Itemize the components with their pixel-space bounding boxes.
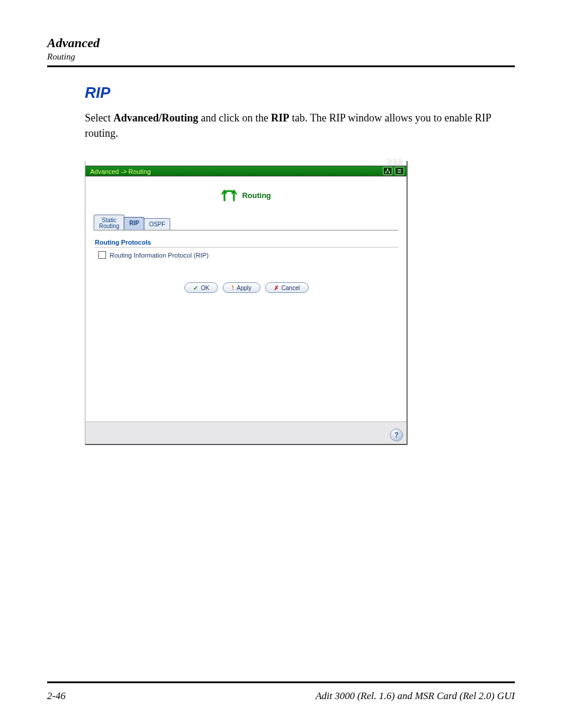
panel-title: Routing (242, 191, 271, 200)
header-rule (47, 65, 515, 67)
tab-rip[interactable]: RIP (124, 217, 144, 230)
rip-checkbox[interactable] (98, 251, 106, 259)
svg-rect-1 (385, 172, 386, 173)
sitemap-icon[interactable] (383, 167, 392, 175)
footer-rule (47, 681, 515, 683)
footer-doc-title: Adit 3000 (Rel. 1.6) and MSR Card (Rel 2… (316, 690, 515, 702)
panel-body: Routing Static Routing RIP OSPF Routing … (85, 176, 406, 421)
svg-rect-0 (387, 169, 388, 170)
panel-title-row: Routing (85, 177, 406, 215)
cancel-button[interactable]: ✗ Cancel (265, 282, 309, 293)
subheading-routing-protocols: Routing Protocols (95, 239, 398, 246)
intro-text-2: and click on the (199, 112, 271, 124)
tab-content: Routing Protocols Routing Information Pr… (85, 230, 406, 299)
status-bar: ? (85, 421, 406, 444)
button-row: ✓ OK ! Apply ✗ Cancel (95, 282, 398, 293)
rip-checkbox-row: Routing Information Protocol (RIP) (95, 251, 398, 259)
intro-paragraph: Select Advanced/Routing and click on the… (85, 110, 515, 141)
footer-row: 2-46 Adit 3000 (Rel. 1.6) and MSR Card (… (47, 690, 515, 702)
tab-row: Static Routing RIP OSPF (85, 215, 406, 230)
breadcrumb-text: Advanced -> Routing (90, 168, 151, 175)
app-window: ░░░ Advanced -> Routing (85, 161, 408, 445)
rip-checkbox-label: Routing Information Protocol (RIP) (110, 252, 209, 259)
tab-ospf[interactable]: OSPF (144, 218, 170, 230)
apply-button[interactable]: ! Apply (223, 282, 260, 293)
tab-static-routing-line2: Routing (99, 223, 119, 229)
list-icon[interactable] (395, 167, 404, 175)
ok-button[interactable]: ✓ OK (184, 282, 218, 293)
cancel-button-label: Cancel (282, 285, 300, 291)
help-icon[interactable]: ? (390, 429, 403, 442)
ok-button-label: OK (201, 285, 209, 291)
section-heading: RIP (85, 84, 515, 102)
window-drag-handle[interactable]: ░░░ (85, 161, 406, 166)
apply-button-label: Apply (237, 285, 252, 291)
breadcrumb-icons (383, 167, 404, 175)
subheading-rule (95, 247, 398, 248)
intro-bold-2: RIP (271, 112, 289, 124)
intro-text-1: Select (85, 112, 113, 124)
header-title: Advanced (47, 35, 515, 51)
x-icon: ✗ (274, 285, 279, 291)
intro-bold-1: Advanced/Routing (113, 112, 198, 124)
content-column: RIP Select Advanced/Routing and click on… (85, 84, 515, 445)
exclamation-icon: ! (232, 285, 233, 291)
page: Advanced Routing RIP Select Advanced/Rou… (0, 0, 562, 728)
page-number: 2-46 (47, 690, 65, 702)
routing-icon (221, 189, 237, 202)
check-icon: ✓ (193, 285, 198, 291)
header-subtitle: Routing (47, 52, 515, 62)
tab-static-routing[interactable]: Static Routing (94, 215, 124, 230)
svg-rect-2 (389, 172, 390, 173)
panel-spacer (85, 299, 406, 417)
page-header: Advanced Routing (47, 35, 515, 62)
breadcrumb-bar: Advanced -> Routing (85, 166, 406, 176)
